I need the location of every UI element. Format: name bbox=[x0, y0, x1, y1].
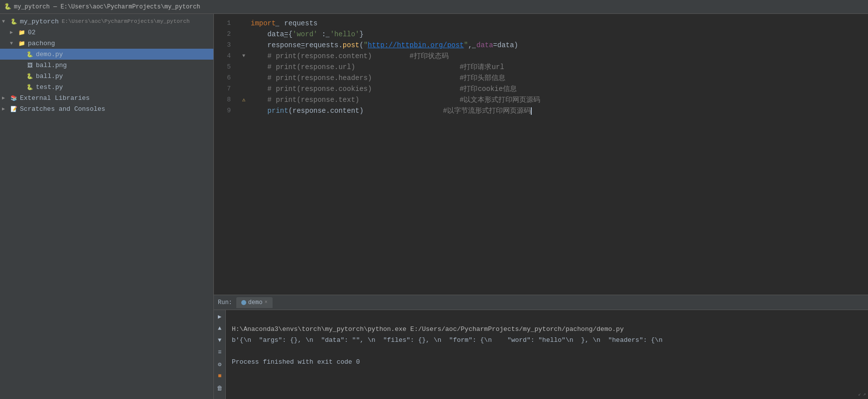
run-scroll-up-button[interactable]: ▲ bbox=[215, 324, 224, 333]
run-settings-button[interactable]: ⚙ bbox=[215, 360, 224, 369]
editor-area: 1 import requests 2 data={'word' : 'hell… bbox=[214, 14, 868, 399]
sidebar-item-ball-py[interactable]: 🐍 ball.py bbox=[0, 71, 213, 81]
line-num-8: 8 bbox=[214, 94, 239, 105]
folder-02-label: 02 bbox=[28, 29, 36, 36]
run-wrap-button[interactable]: ≡ bbox=[215, 348, 224, 357]
line-num-5: 5 bbox=[214, 62, 239, 73]
sidebar-item-test-py[interactable]: 🐍 test.py bbox=[0, 81, 213, 92]
code-line-8: 8 ⚠ # print(response.text) #以文本形式打印网页源码 bbox=[214, 94, 868, 105]
sidebar-item-demo-py[interactable]: 🐍 demo.py bbox=[0, 49, 213, 60]
test-py-label: test.py bbox=[36, 83, 63, 91]
project-name: my_pytorch bbox=[14, 3, 50, 10]
sidebar-item-02[interactable]: ▶ 📁 02 bbox=[0, 27, 213, 38]
py-icon-ball: 🐍 bbox=[26, 72, 34, 80]
close-tab-icon[interactable]: × bbox=[265, 300, 268, 305]
gutter-8: ⚠ bbox=[239, 94, 249, 105]
line-num-2: 2 bbox=[214, 29, 239, 40]
code-line-1: 1 import requests bbox=[214, 18, 868, 29]
folder-icon-02: 📁 bbox=[18, 28, 26, 36]
sidebar-item-pachong[interactable]: ▼ 📁 pachong bbox=[0, 38, 213, 49]
sidebar-item-external-libraries[interactable]: ▶ 📚 External Libraries bbox=[0, 92, 213, 103]
main-layout: ▼ 🐍 my_pytorch E:\Users\aoc\PycharmProje… bbox=[0, 14, 868, 399]
project-path-hint: E:\Users\aoc\PycharmProjects\my_pytorch bbox=[62, 18, 190, 24]
code-line-3: 3 response=requests.post("http://httpbin… bbox=[214, 40, 868, 51]
project-path: E:\Users\aoc\PycharmProjects\my_pytorch bbox=[61, 3, 200, 10]
code-line-7: 7 # print(response.cookies) #打印cookie信息 bbox=[214, 83, 868, 94]
run-tab-icon bbox=[241, 300, 246, 305]
project-root-label: my_pytorch bbox=[20, 18, 59, 25]
img-icon-ball: 🖼 bbox=[26, 61, 34, 69]
code-content-5: # print(response.url) #打印请求url bbox=[249, 62, 868, 73]
project-icon: 🐍 bbox=[4, 3, 11, 10]
run-label: Run: bbox=[218, 299, 232, 306]
line-num-9: 9 bbox=[214, 105, 239, 116]
code-content-9: print(response.content) #以字节流形式打印网页源码 bbox=[249, 105, 868, 116]
arrow-pachong: ▼ bbox=[10, 41, 18, 46]
run-output: H:\Anaconda3\envs\torch\my_pytorch\pytho… bbox=[226, 310, 856, 399]
code-line-4: 4 ▼ # print(response.content) #打印状态码 bbox=[214, 51, 868, 62]
external-libraries-label: External Libraries bbox=[20, 94, 90, 102]
line-num-4: 4 bbox=[214, 51, 239, 62]
project-folder-icon: 🐍 bbox=[10, 17, 18, 25]
run-content-row: ▶ ▲ ▼ ≡ ⚙ ■ 🗑 H:\Anaconda3\envs\torch\my… bbox=[214, 310, 868, 399]
line-num-1: 1 bbox=[214, 18, 239, 29]
run-tab-name: demo bbox=[248, 299, 263, 306]
corner-icon-1[interactable]: ↙ bbox=[858, 391, 861, 397]
run-cmd-line: H:\Anaconda3\envs\torch\my_pytorch\pytho… bbox=[232, 325, 624, 333]
run-output-line: b'{\n "args": {}, \n "data": "", \n "fil… bbox=[232, 336, 663, 344]
line-num-3: 3 bbox=[214, 40, 239, 51]
demo-py-label: demo.py bbox=[36, 51, 63, 58]
titlebar-text: my_pytorch — E:\Users\aoc\PycharmProject… bbox=[14, 3, 200, 10]
code-content-6: # print(response.headers) #打印头部信息 bbox=[249, 73, 868, 83]
sidebar-item-scratches[interactable]: ▶ 📝 Scratches and Consoles bbox=[0, 103, 213, 114]
run-stop-button[interactable]: ■ bbox=[215, 372, 224, 381]
arrow-scratches: ▶ bbox=[2, 106, 10, 112]
corner-icon-2[interactable]: ↗ bbox=[863, 391, 866, 397]
run-corner-icons: ↙ ↗ bbox=[856, 389, 868, 399]
code-content-3: response=requests.post("http://httpbin.o… bbox=[249, 40, 868, 51]
arrow-project: ▼ bbox=[2, 19, 10, 24]
run-tabs-bar: Run: demo × bbox=[214, 295, 868, 310]
titlebar: 🐍 my_pytorch — E:\Users\aoc\PycharmProje… bbox=[0, 0, 868, 14]
scratches-label: Scratches and Consoles bbox=[20, 105, 105, 113]
run-scroll-down-button[interactable]: ▼ bbox=[215, 336, 224, 345]
ball-png-label: ball.png bbox=[36, 62, 67, 69]
code-content-1: import requests bbox=[249, 18, 868, 29]
code-content-4: # print(response.content) #打印状态码 bbox=[249, 51, 868, 62]
arrow-02: ▶ bbox=[10, 29, 18, 35]
gutter-4: ▼ bbox=[239, 51, 249, 62]
folder-pachong-label: pachong bbox=[28, 40, 55, 47]
run-play-button[interactable]: ▶ bbox=[215, 312, 224, 321]
ball-py-label: ball.py bbox=[36, 73, 63, 80]
lib-icon: 📚 bbox=[10, 94, 18, 102]
code-line-9: 9 print(response.content) #以字节流形式打印网页源码 bbox=[214, 105, 868, 116]
code-line-6: 6 # print(response.headers) #打印头部信息 bbox=[214, 73, 868, 83]
folder-icon-pachong: 📁 bbox=[18, 39, 26, 47]
code-content-7: # print(response.cookies) #打印cookie信息 bbox=[249, 83, 868, 94]
run-tab-demo[interactable]: demo × bbox=[236, 297, 273, 308]
sidebar-item-ball-png[interactable]: 🖼 ball.png bbox=[0, 60, 213, 71]
arrow-ext-lib: ▶ bbox=[2, 95, 10, 101]
py-icon-demo: 🐍 bbox=[26, 50, 34, 58]
py-icon-test: 🐍 bbox=[26, 83, 34, 91]
sidebar-tree: ▼ 🐍 my_pytorch E:\Users\aoc\PycharmProje… bbox=[0, 14, 213, 399]
code-editor[interactable]: 1 import requests 2 data={'word' : 'hell… bbox=[214, 14, 868, 295]
line-num-6: 6 bbox=[214, 73, 239, 83]
run-exit-line: Process finished with exit code 0 bbox=[232, 358, 360, 366]
run-toolbar: ▶ ▲ ▼ ≡ ⚙ ■ 🗑 bbox=[214, 310, 226, 399]
code-content-2: data={'word' : 'hello'} bbox=[249, 29, 868, 40]
sidebar-item-project-root[interactable]: ▼ 🐍 my_pytorch E:\Users\aoc\PycharmProje… bbox=[0, 16, 213, 27]
code-line-2: 2 data={'word' : 'hello'} bbox=[214, 29, 868, 40]
code-line-5: 5 # print(response.url) #打印请求url bbox=[214, 62, 868, 73]
run-panel: Run: demo × ▶ ▲ ▼ ≡ ⚙ ■ 🗑 bbox=[214, 295, 868, 399]
titlebar-path: — bbox=[53, 3, 60, 10]
sidebar: ▼ 🐍 my_pytorch E:\Users\aoc\PycharmProje… bbox=[0, 14, 214, 399]
run-clear-button[interactable]: 🗑 bbox=[215, 384, 224, 393]
scratch-icon: 📝 bbox=[10, 105, 18, 113]
line-num-7: 7 bbox=[214, 83, 239, 94]
code-content-8: # print(response.text) #以文本形式打印网页源码 bbox=[249, 94, 868, 105]
